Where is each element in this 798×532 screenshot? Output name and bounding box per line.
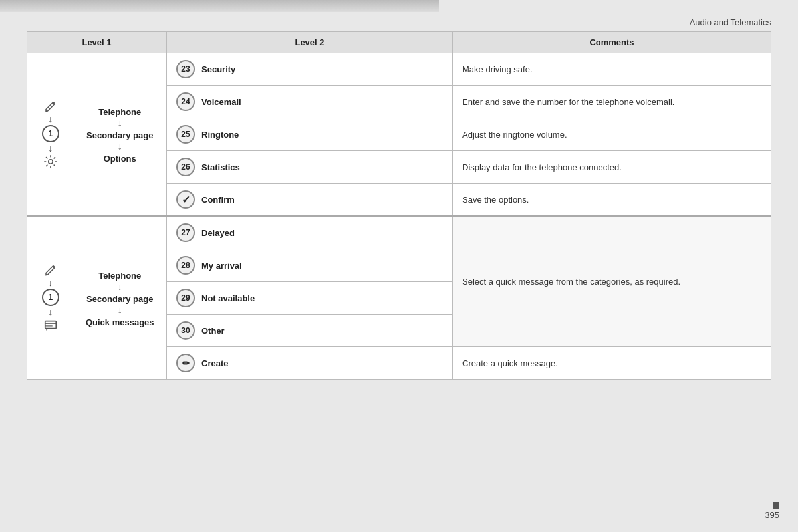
num1-badge-2: 1: [42, 289, 59, 306]
comment-23: Make driving safe.: [453, 53, 771, 86]
arrow1: ↓: [48, 114, 53, 124]
main-table: Level 1 Level 2 Comments ↓ 1: [27, 31, 771, 380]
label-ringtone: Ringtone: [201, 130, 239, 140]
page-footer: 395: [765, 502, 779, 520]
page-title: Audio and Telematics: [690, 17, 771, 27]
badge-check: ✓: [176, 190, 195, 209]
badge-27: 27: [176, 223, 195, 242]
arrow3: ↓: [48, 278, 53, 287]
col-level2: Level 2: [167, 32, 453, 53]
section1-icons: ↓ 1 ↓: [31, 100, 70, 169]
label-notavailable: Not available: [201, 293, 255, 303]
level2-row-23: 23 Security: [167, 53, 452, 85]
comment-26: Display data for the telephone connected…: [453, 151, 771, 184]
col-comments: Comments: [453, 32, 771, 53]
badge-25: 25: [176, 125, 195, 144]
page-number: 395: [765, 510, 779, 520]
section2-labels: Telephone ↓ Secondary page ↓ Quick messa…: [78, 269, 163, 327]
badge-24: 24: [176, 92, 195, 111]
top-bar: [0, 0, 439, 12]
col-level1: Level 1: [27, 32, 167, 53]
section2-icons: ↓ 1 ↓: [31, 263, 70, 332]
pencil-icon-2: [44, 263, 57, 277]
svg-point-0: [49, 160, 53, 164]
svg-rect-1: [45, 321, 57, 329]
label-confirm: Confirm: [201, 195, 235, 205]
comment-confirm: Save the options.: [453, 184, 771, 217]
comment-shared: Select a quick message from the categori…: [453, 216, 771, 347]
badge-29: 29: [176, 289, 195, 307]
gear-icon: [43, 154, 58, 169]
pencil-icon: [44, 100, 57, 113]
level2-row-create: ✏ Create: [167, 347, 452, 379]
level2-row-28: 28 My arrival: [167, 249, 452, 281]
section1-label3: Options: [104, 154, 136, 164]
table-row: ↓ 1 ↓ Telephone ↓ Secondary pag: [27, 53, 771, 86]
section1-label1: Telephone: [98, 107, 141, 117]
content-area: Level 1 Level 2 Comments ↓ 1: [0, 31, 798, 393]
label-myarrival: My arrival: [201, 261, 242, 271]
level2-row-29: 29 Not available: [167, 282, 452, 314]
badge-26: 26: [176, 158, 195, 176]
comment-25: Adjust the ringtone volume.: [453, 118, 771, 151]
level2-row-24: 24 Voicemail: [167, 86, 452, 118]
num1-badge: 1: [42, 125, 59, 142]
section2-label3: Quick messages: [86, 317, 154, 327]
arrow4: ↓: [48, 307, 53, 317]
badge-pencil: ✏: [176, 354, 195, 372]
label-create: Create: [201, 358, 228, 368]
level2-row-27: 27 Delayed: [167, 217, 452, 249]
label-voicemail: Voicemail: [201, 97, 241, 107]
section1-labels: Telephone ↓ Secondary page ↓ Options: [78, 106, 163, 164]
arrow2: ↓: [48, 144, 53, 153]
badge-23: 23: [176, 60, 195, 78]
level2-row-25: 25 Ringtone: [167, 118, 452, 150]
comment-create: Create a quick message.: [453, 347, 771, 380]
message-icon: [43, 318, 58, 332]
level2-row-26: 26 Statistics: [167, 151, 452, 183]
label-delayed: Delayed: [201, 228, 235, 238]
section1-label2: Secondary page: [86, 130, 153, 140]
comment-24: Enter and save the number for the teleph…: [453, 86, 771, 118]
section2-label1: Telephone: [98, 271, 141, 281]
badge-30: 30: [176, 321, 195, 340]
label-other: Other: [201, 326, 225, 336]
label-statistics: Statistics: [201, 162, 240, 172]
page-header: Audio and Telematics: [0, 12, 798, 31]
level2-row-confirm: ✓ Confirm: [167, 184, 452, 215]
section2-label2: Secondary page: [86, 294, 153, 304]
level2-row-30: 30 Other: [167, 315, 452, 346]
table-row: ↓ 1 ↓ Telephone: [27, 216, 771, 249]
badge-28: 28: [176, 256, 195, 275]
label-security: Security: [201, 65, 235, 74]
footer-square: [773, 502, 779, 509]
